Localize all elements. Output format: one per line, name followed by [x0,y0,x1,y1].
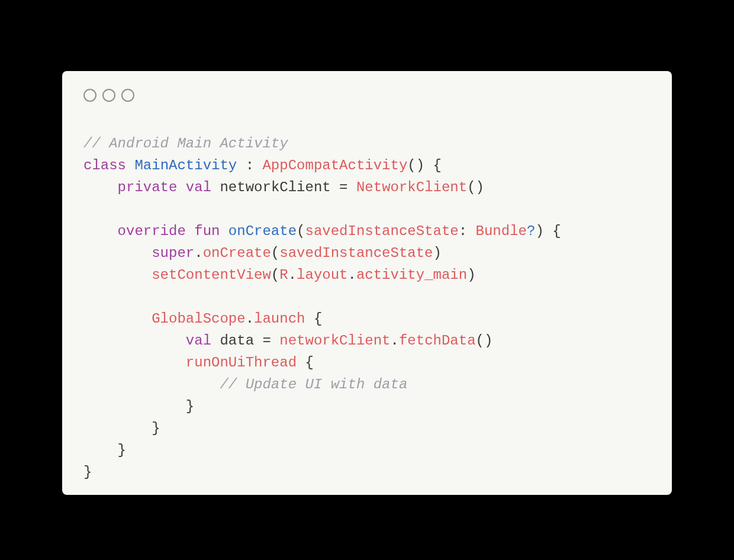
punct: ( [271,267,279,283]
maximize-icon[interactable] [121,89,134,102]
code-line: runOnUiThread { [83,355,314,371]
window-controls [83,89,134,102]
indent [83,420,152,436]
punct: . [246,311,254,327]
code-line: private val networkClient = NetworkClien… [83,179,484,195]
code-line: super.onCreate(savedInstanceState) [83,245,442,261]
operator: = [331,179,356,195]
code-line: setContentView(R.layout.activity_main) [83,267,476,283]
indent [83,267,152,283]
code-line: override fun onCreate(savedInstanceState… [83,223,561,239]
keyword: fun [194,223,220,239]
code-window: // Android Main Activity class MainActiv… [62,71,672,495]
identifier: data [220,333,254,349]
arg: layout [297,267,347,283]
code-line: class MainActivity : AppCompatActivity()… [83,157,442,173]
receiver: networkClient [279,333,390,349]
identifier: networkClient [220,179,330,195]
call: fetchData [399,333,476,349]
keyword: class [83,157,126,173]
punct: : [459,223,476,239]
indent [83,223,118,239]
keyword: override [118,223,186,239]
punct: ) { [535,223,561,239]
code-block: // Android Main Activity class MainActiv… [83,133,651,483]
code-line: } [83,420,160,436]
indent [83,442,118,458]
arg: savedInstanceState [279,245,433,261]
brace: } [186,398,194,414]
brace: } [118,442,126,458]
punct: ) [433,245,442,261]
indent [83,355,186,371]
code-line: // Update UI with data [83,376,407,392]
brace: { [305,355,313,371]
code-line: } [83,464,92,480]
code-line: GlobalScope.launch { [83,311,322,327]
keyword: private [118,179,178,195]
punct: ( [297,223,305,239]
keyword: super [152,245,194,261]
indent [83,398,186,414]
comment-text: // Android Main Activity [83,136,288,152]
punct: ) [467,267,475,283]
receiver: GlobalScope [152,311,245,327]
punct: . [288,267,297,283]
indent [83,311,152,327]
punct: () [476,333,493,349]
call: setContentView [152,267,271,283]
class-name: MainActivity [134,157,237,173]
keyword: val [186,179,211,195]
call: runOnUiThread [186,355,297,371]
punct: : [237,157,262,173]
operator: = [254,333,279,349]
type-name: Bundle [476,223,527,239]
brace: { [314,311,322,327]
code-line: } [83,398,194,414]
call: launch [254,311,305,327]
punct: () { [407,157,442,173]
space [305,311,313,327]
brace: } [152,420,160,436]
arg: R [279,267,288,283]
param: savedInstanceState [305,223,458,239]
indent [83,333,186,349]
code-line: } [83,442,126,458]
punct: ( [271,245,279,261]
minimize-icon[interactable] [102,89,115,102]
brace: } [83,464,92,480]
indent [83,179,118,195]
keyword: val [186,333,211,349]
close-icon[interactable] [83,89,96,102]
function-name: onCreate [228,223,297,239]
stage: // Android Main Activity class MainActiv… [0,0,734,560]
arg: activity_main [356,267,467,283]
space [297,355,305,371]
comment-text: // Update UI with data [220,376,407,392]
indent [83,376,220,392]
code-line: // Android Main Activity [83,136,288,152]
punct: . [348,267,356,283]
type-name: AppCompatActivity [262,157,407,173]
indent [83,245,152,261]
punct: () [467,179,484,195]
call: onCreate [203,245,271,261]
punct: . [391,333,399,349]
code-line: val data = networkClient.fetchData() [83,333,492,349]
call: NetworkClient [356,179,467,195]
nullable: ? [527,223,535,239]
punct: . [194,245,202,261]
